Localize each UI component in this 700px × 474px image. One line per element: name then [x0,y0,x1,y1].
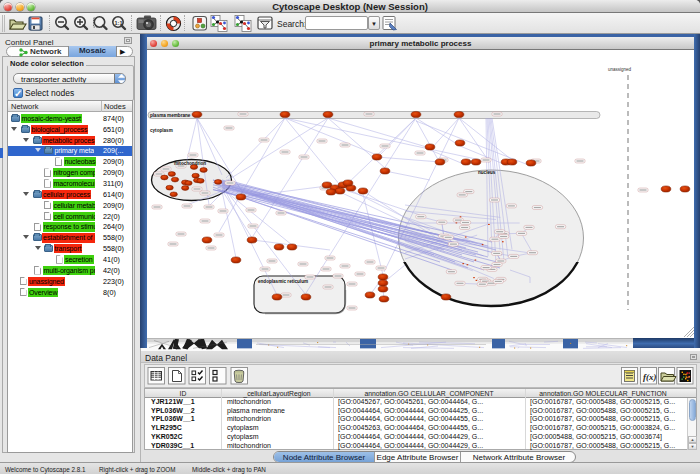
svg-text:nucleus: nucleus [478,170,496,175]
svg-text:cytoplasm: cytoplasm [150,128,173,133]
svg-text:endoplasmic reticulum: endoplasmic reticulum [258,279,308,284]
svg-text:mitochondrion: mitochondrion [174,161,206,166]
svg-text:1:1: 1:1 [115,20,123,26]
svg-text:f(x): f(x) [643,372,657,382]
svg-text:unassigned: unassigned [608,67,632,72]
svg-text:plasma membrane: plasma membrane [150,113,191,118]
